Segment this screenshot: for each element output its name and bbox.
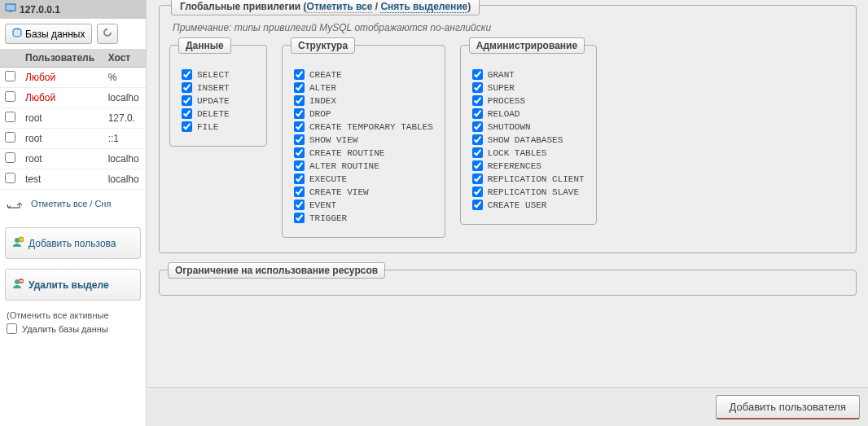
check-all-link[interactable]: Отметить все [307,1,373,13]
row-checkbox[interactable] [5,152,15,163]
privilege-item[interactable]: ALTER [294,82,433,93]
privilege-item[interactable]: DELETE [182,108,255,119]
add-user-button[interactable]: Добавить пользователя [716,395,860,419]
privilege-checkbox[interactable] [294,200,305,210]
privilege-item[interactable]: SHOW DATABASES [472,134,585,145]
privilege-item[interactable]: REFERENCES [472,160,585,171]
table-row[interactable]: root127.0. [0,108,146,129]
uncheck-all-link[interactable]: Снять выделение [380,1,467,13]
table-row[interactable]: Любойlocalho [0,88,146,108]
row-host: localho [103,88,146,108]
row-checkbox[interactable] [5,132,15,143]
privilege-checkbox[interactable] [294,95,305,106]
server-icon [5,3,16,15]
privilege-item[interactable]: SELECT [182,69,255,80]
privilege-checkbox[interactable] [472,173,483,184]
privilege-checkbox[interactable] [294,82,305,93]
table-row[interactable]: testlocalho [0,169,146,190]
databases-button[interactable]: Базы данных [5,24,92,44]
privilege-item[interactable]: CREATE TEMPORARY TABLES [294,121,433,132]
privilege-item[interactable]: TRIGGER [294,213,433,223]
privilege-checkbox[interactable] [182,95,192,106]
privilege-item[interactable]: PROCESS [472,95,585,106]
privilege-item[interactable]: LOCK TABLES [472,147,585,158]
row-checkbox[interactable] [5,173,15,183]
privilege-item[interactable]: REPLICATION SLAVE [472,187,585,197]
privilege-label: PROCESS [488,96,525,106]
privilege-item[interactable]: SUPER [472,82,585,93]
resources-legend: Ограничение на использование ресурсов [168,262,385,279]
row-checkbox[interactable] [5,71,15,81]
privilege-checkbox[interactable] [472,200,483,210]
privilege-checkbox[interactable] [472,134,483,145]
privilege-checkbox[interactable] [182,108,192,119]
privilege-checkbox[interactable] [472,95,483,106]
svg-point-5 [15,279,20,284]
row-user: Любой [20,88,103,108]
privilege-item[interactable]: REPLICATION CLIENT [472,173,585,184]
privilege-checkbox[interactable] [294,134,305,145]
privilege-item[interactable]: CREATE ROUTINE [294,147,433,158]
privilege-checkbox[interactable] [294,160,305,171]
privilege-item[interactable]: DROP [294,108,433,119]
server-header: 127.0.0.1 [0,0,146,19]
privilege-checkbox[interactable] [294,108,305,119]
privilege-checkbox[interactable] [294,147,305,158]
row-checkbox[interactable] [5,91,15,102]
privilege-label: TRIGGER [309,213,347,223]
database-icon [12,28,22,40]
privilege-label: ALTER [309,83,336,93]
row-host: % [103,68,146,88]
privilege-item[interactable]: RELOAD [472,108,585,119]
privilege-item[interactable]: FILE [182,121,255,132]
privilege-item[interactable]: INSERT [182,82,255,93]
row-host: localho [103,169,146,190]
row-checkbox[interactable] [5,112,15,122]
privilege-item[interactable]: ALTER ROUTINE [294,160,433,171]
select-all-link[interactable]: Отметить все / Сня [31,199,111,209]
privilege-checkbox[interactable] [182,121,192,132]
privilege-item[interactable]: INDEX [294,95,433,106]
privilege-checkbox[interactable] [294,121,305,132]
privilege-checkbox[interactable] [472,160,483,171]
privilege-checkbox[interactable] [294,187,305,197]
privilege-label: SHOW DATABASES [488,135,563,145]
privilege-checkbox[interactable] [294,173,305,184]
svg-rect-0 [6,4,15,11]
delete-users-header[interactable]: Удалить выделе [12,278,134,292]
refresh-button[interactable] [97,24,118,44]
privilege-checkbox[interactable] [472,147,483,158]
privilege-checkbox[interactable] [472,121,483,132]
privilege-item[interactable]: SHUTDOWN [472,121,585,132]
privilege-item[interactable]: EVENT [294,200,433,210]
privilege-item[interactable]: CREATE USER [472,200,585,210]
privilege-checkbox[interactable] [472,187,483,197]
privilege-item[interactable]: CREATE [294,69,433,80]
privilege-checkbox[interactable] [472,69,483,80]
table-row[interactable]: root::1 [0,129,146,149]
privilege-label: DROP [309,109,331,119]
server-label: 127.0.0.1 [20,4,60,15]
privilege-item[interactable]: GRANT [472,69,585,80]
privilege-checkbox[interactable] [472,108,483,119]
privilege-item[interactable]: EXECUTE [294,173,433,184]
table-row[interactable]: rootlocalho [0,149,146,169]
privilege-checkbox[interactable] [294,69,305,80]
privilege-checkbox[interactable] [182,82,192,93]
privilege-checkbox[interactable] [472,82,483,93]
privilege-label: REPLICATION CLIENT [488,174,585,184]
privilege-item[interactable]: UPDATE [182,95,255,106]
privilege-label: LOCK TABLES [488,148,547,158]
delete-db-checkbox[interactable] [7,323,17,334]
row-host: localho [103,149,146,169]
refresh-icon [103,28,112,40]
table-row[interactable]: Любой% [0,68,146,88]
privilege-checkbox[interactable] [182,69,192,80]
privilege-group: СтруктураCREATEALTERINDEXDROPCREATE TEMP… [282,45,445,238]
svg-point-4 [19,237,24,242]
add-user-link[interactable]: Добавить пользова [12,236,134,250]
privilege-item[interactable]: SHOW VIEW [294,134,433,145]
privilege-label: CREATE [309,70,342,80]
privilege-item[interactable]: CREATE VIEW [294,187,433,197]
privilege-checkbox[interactable] [294,213,305,223]
